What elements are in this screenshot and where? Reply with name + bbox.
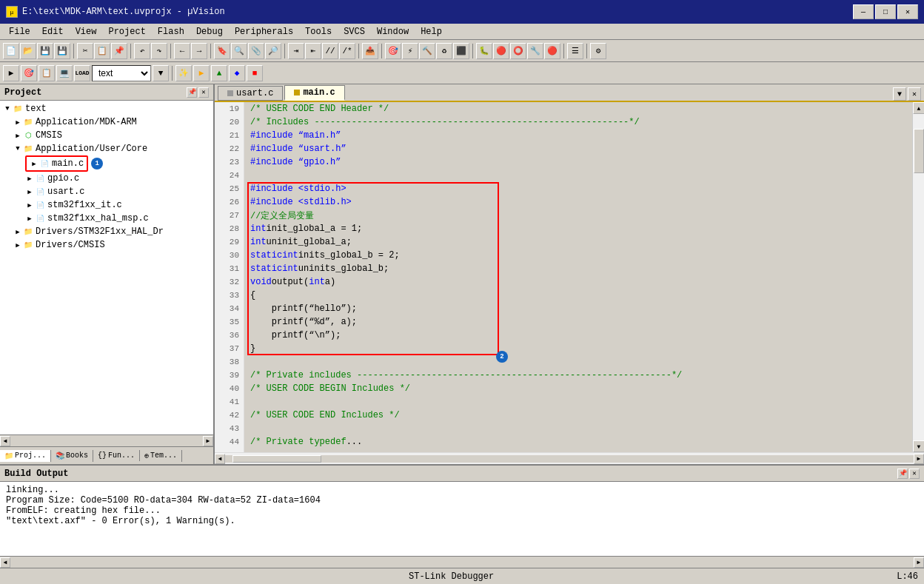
- build-controls[interactable]: 📌 ✕: [897, 469, 920, 479]
- build-scroll-left[interactable]: ◀: [0, 557, 10, 568]
- dbg-step-btn[interactable]: ◆: [229, 65, 245, 81]
- scroll-thumb-v[interactable]: [914, 129, 924, 173]
- view-btn[interactable]: ☰: [567, 43, 583, 59]
- export-btn[interactable]: 📤: [362, 43, 378, 59]
- cut-btn[interactable]: ✂: [77, 43, 93, 59]
- build-close-btn[interactable]: ✕: [909, 469, 920, 479]
- scroll-down-btn[interactable]: ▼: [913, 440, 924, 452]
- panel-close-btn[interactable]: ✕: [198, 87, 209, 98]
- dropdown-btn[interactable]: ▼: [153, 65, 169, 81]
- tree-item-gpio[interactable]: ▶ 📄 gpio.c: [1, 172, 212, 185]
- tab-project[interactable]: 📁 Proj...: [0, 450, 51, 462]
- nav-btn[interactable]: 🔎: [265, 43, 281, 59]
- save-all-btn[interactable]: 💾: [54, 43, 70, 59]
- menu-item-file[interactable]: File: [3, 25, 36, 38]
- tree-item-cmsis[interactable]: ▶ ⬡ CMSIS: [1, 129, 212, 142]
- h-scroll-thumb[interactable]: [232, 455, 321, 463]
- rebuild-btn[interactable]: ♻: [436, 43, 452, 59]
- copy-btn[interactable]: 📋: [94, 43, 110, 59]
- tree-item-drivers-cmsis[interactable]: ▶ 📁 Drivers/CMSIS: [1, 238, 212, 252]
- load-btn[interactable]: LOAD: [74, 65, 90, 81]
- tab-tem[interactable]: ⊕ Tem...: [140, 450, 182, 462]
- h-scroll-left[interactable]: ◀: [215, 454, 225, 464]
- dbg-run-btn[interactable]: ▶: [193, 65, 210, 81]
- menu-item-peripherals[interactable]: Peripherals: [229, 25, 299, 38]
- stop-btn[interactable]: ⬛: [453, 43, 469, 59]
- tree-item-app-mdk[interactable]: ▶ 📁 Application/MDK-ARM: [1, 115, 212, 129]
- uncomment-btn[interactable]: /*: [339, 43, 355, 59]
- dbg2-btn[interactable]: 🔴: [493, 43, 509, 59]
- comment-btn[interactable]: //: [322, 43, 338, 59]
- new-file-btn[interactable]: 📄: [3, 43, 19, 59]
- dbg-load-btn[interactable]: ▲: [211, 65, 227, 81]
- dbg4-btn[interactable]: 🔧: [527, 43, 543, 59]
- tree-root[interactable]: ▼ 📁 text: [1, 102, 212, 115]
- menu-item-view[interactable]: View: [70, 25, 103, 38]
- tab-close-btn[interactable]: ✕: [908, 87, 921, 101]
- forward-btn[interactable]: →: [191, 43, 207, 59]
- menu-item-svcs[interactable]: SVCS: [338, 25, 371, 38]
- build-scroll-right[interactable]: ▶: [914, 557, 924, 568]
- scroll-up-btn[interactable]: ▲: [913, 102, 924, 114]
- scroll-right-btn[interactable]: ▶: [203, 436, 213, 446]
- dbg5-btn[interactable]: 🔴: [544, 43, 560, 59]
- panel-hscrollbar[interactable]: ◀ ▶: [0, 434, 213, 446]
- h-scroll-right[interactable]: ▶: [914, 454, 924, 464]
- settings-btn[interactable]: ⚙: [590, 43, 606, 59]
- open-btn[interactable]: 📂: [20, 43, 36, 59]
- close-button[interactable]: ✕: [897, 4, 918, 19]
- build-pin-btn[interactable]: 📌: [897, 469, 908, 479]
- h-scroll-track[interactable]: [225, 455, 914, 463]
- build-btn[interactable]: 🔨: [419, 43, 435, 59]
- indent-btn[interactable]: ⇥: [288, 43, 304, 59]
- run-btn[interactable]: ▶: [3, 65, 19, 81]
- tree-item-it[interactable]: ▶ 📄 stm32f1xx_it.c: [1, 198, 212, 212]
- search-btn[interactable]: 🔍: [231, 43, 247, 59]
- maximize-button[interactable]: □: [875, 4, 896, 19]
- dbg3-btn[interactable]: ⭕: [510, 43, 526, 59]
- menu-item-debug[interactable]: Debug: [190, 25, 229, 38]
- dbg-stop-btn[interactable]: ■: [247, 65, 263, 81]
- menu-item-window[interactable]: Window: [371, 25, 415, 38]
- undo-btn[interactable]: ↶: [134, 43, 150, 59]
- menu-item-flash[interactable]: Flash: [152, 25, 190, 38]
- target-dropdown[interactable]: text: [92, 65, 151, 81]
- tab-controls[interactable]: ▼ ✕: [893, 87, 921, 101]
- menu-item-edit[interactable]: Edit: [36, 25, 70, 38]
- tree-item-usart[interactable]: ▶ 📄 usart.c: [1, 185, 212, 198]
- device-btn[interactable]: 💻: [56, 65, 73, 81]
- debug-btn[interactable]: 🐛: [476, 43, 492, 59]
- tree-item-hal[interactable]: ▶ 📄 stm32f1xx_hal_msp.c: [1, 212, 212, 225]
- menu-item-help[interactable]: Help: [415, 25, 448, 38]
- title-bar-controls[interactable]: — □ ✕: [853, 4, 918, 19]
- panel-pin-btn[interactable]: 📌: [187, 87, 197, 98]
- target-options-btn[interactable]: 🎯: [21, 65, 37, 81]
- code-content[interactable]: 2 /* USER CODE END Header */ /* Includes…: [244, 102, 912, 452]
- magic-btn[interactable]: ✨: [175, 65, 192, 81]
- scroll-track-v[interactable]: [913, 114, 924, 440]
- tree-item-app-user[interactable]: ▼ 📁 Application/User/Core: [1, 142, 212, 155]
- build-hscrollbar[interactable]: ◀ ▶: [0, 556, 924, 568]
- menu-item-project[interactable]: Project: [102, 25, 151, 38]
- back-btn[interactable]: ←: [174, 43, 190, 59]
- bookmark-btn[interactable]: 🔖: [214, 43, 230, 59]
- ref-btn[interactable]: 📎: [248, 43, 264, 59]
- tree-item-drivers-hal[interactable]: ▶ 📁 Drivers/STM32F1xx_HAL_Dr: [1, 225, 212, 238]
- flash-btn[interactable]: ⚡: [402, 43, 418, 59]
- paste-btn[interactable]: 📌: [111, 43, 127, 59]
- tab-main-c[interactable]: main.c: [284, 85, 344, 101]
- scroll-left-btn[interactable]: ◀: [0, 436, 10, 446]
- menu-item-tools[interactable]: Tools: [299, 25, 338, 38]
- tree-item-main-c[interactable]: ▶ 📄 main.c: [25, 155, 88, 172]
- redo-btn[interactable]: ↷: [151, 43, 167, 59]
- tab-usart-c[interactable]: usart.c: [218, 86, 283, 101]
- minimize-button[interactable]: —: [853, 4, 874, 19]
- tab-books[interactable]: 📚 Books: [51, 450, 93, 462]
- v-scrollbar[interactable]: ▲ ▼: [912, 102, 924, 452]
- manage-btn[interactable]: 📋: [38, 65, 55, 81]
- tab-fun[interactable]: {} Fun...: [93, 450, 140, 461]
- tab-dropdown-btn[interactable]: ▼: [893, 87, 906, 101]
- target-btn[interactable]: 🎯: [385, 43, 401, 59]
- outdent-btn[interactable]: ⇤: [305, 43, 321, 59]
- h-scrollbar[interactable]: ◀ ▶: [215, 452, 924, 464]
